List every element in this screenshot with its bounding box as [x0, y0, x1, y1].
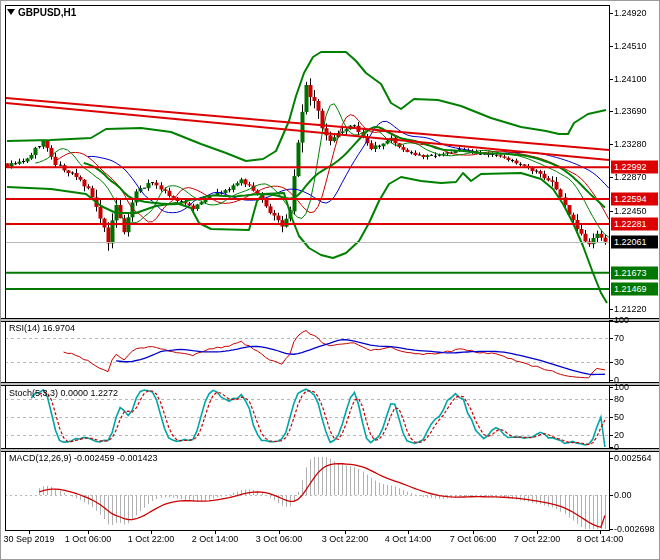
rsi-tick-label: 70 [614, 333, 624, 343]
support-price-badge: 1.21469 [611, 283, 658, 296]
symbol-title: GBPUSD,H1 [18, 7, 76, 18]
time-tick-label: 1 Oct 22:00 [128, 534, 175, 544]
resistance-price-badge: 1.22281 [611, 218, 658, 231]
rsi-label: RSI(14) 16.9704 [9, 323, 75, 333]
time-tick-label: 2 Oct 14:00 [192, 534, 239, 544]
resistance-price-badge: 1.22992 [611, 161, 658, 174]
stoch-tick-label: 80 [614, 394, 624, 404]
time-tick-label: 4 Oct 14:00 [385, 534, 432, 544]
stoch-tick-label: 0 [614, 442, 619, 452]
macd-tick-label: 0.002564 [614, 453, 652, 463]
time-tick-label: 30 Sep 2019 [3, 534, 54, 544]
price-tick-label: 1.21220 [614, 304, 647, 314]
time-tick-label: 7 Oct 06:00 [450, 534, 497, 544]
time-tick-label: 1 Oct 06:00 [65, 534, 112, 544]
macd-label: MACD(12,26,9) -0.002459 -0.001423 [9, 453, 158, 463]
rsi-tick-label: 100 [614, 315, 629, 325]
resistance-price-badge: 1.22594 [611, 193, 658, 206]
time-tick-label: 8 Oct 14:00 [577, 534, 624, 544]
price-tick-label: 1.24920 [614, 8, 647, 18]
stoch-label: Stoch(5,3,3) 0.0000 1.2272 [9, 388, 118, 398]
time-tick-label: 3 Oct 22:00 [322, 534, 369, 544]
stoch-tick-label: 50 [614, 412, 624, 422]
price-tick-label: 1.23280 [614, 139, 647, 149]
current-price-badge: 1.22061 [611, 235, 658, 248]
stoch-tick-label: 20 [614, 430, 624, 440]
time-tick-label: 7 Oct 22:00 [514, 534, 561, 544]
price-tick-label: 1.23690 [614, 106, 647, 116]
price-tick-label: 1.24510 [614, 41, 647, 51]
macd-tick-label: -0.002698 [614, 524, 655, 534]
price-tick-label: 1.22450 [614, 206, 647, 216]
stoch-tick-label: 100 [614, 382, 629, 392]
dropdown-triangle-icon [7, 9, 15, 15]
rsi-tick-label: 30 [614, 357, 624, 367]
chart-window: GBPUSD,H1 RSI(14) 16.9704 Stoch(5,3,3) 0… [0, 0, 660, 560]
time-tick-label: 3 Oct 06:00 [256, 534, 303, 544]
price-tick-label: 1.24100 [614, 74, 647, 84]
chart-canvas[interactable] [1, 1, 660, 560]
support-price-badge: 1.21673 [611, 266, 658, 279]
macd-tick-label: 0.00 [614, 490, 632, 500]
